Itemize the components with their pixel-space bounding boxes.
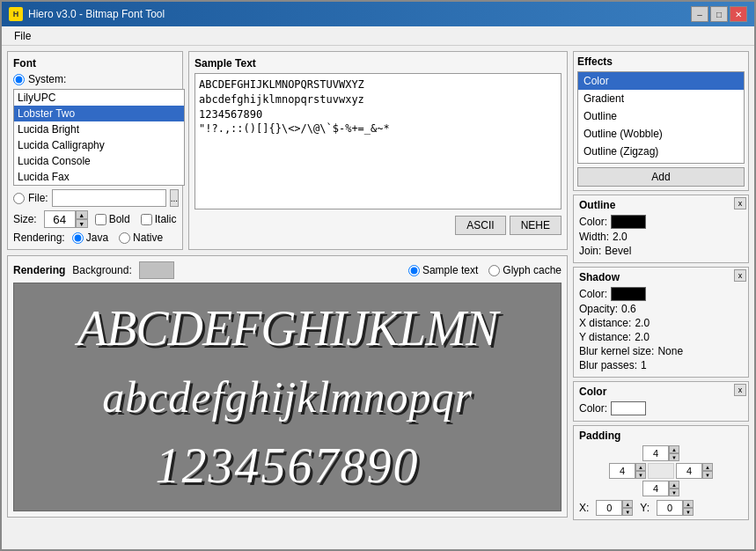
nehe-button[interactable]: NEHE [510,216,561,235]
size-input[interactable] [44,210,76,228]
effects-item-outline-wobble[interactable]: Outline (Wobble) [578,125,744,143]
top-row: Font System: LilyUPC Lobster Two Lucida … [7,51,568,250]
system-radio[interactable] [13,74,25,85]
effects-item-outline[interactable]: Outline [578,107,744,125]
rendering-native-radio[interactable] [119,232,130,244]
padding-left-input[interactable] [609,463,635,479]
glyph-cache-radio-label: Glyph cache [503,264,561,276]
padding-bottom-up[interactable]: ▲ [669,481,679,489]
font-list-item[interactable]: Lucida Fax [14,169,184,185]
effects-item-shadow[interactable]: Shadow [578,160,744,164]
effects-panel-title: Effects [577,55,745,68]
padding-right-down[interactable]: ▼ [702,471,713,479]
font-style-group: Bold Italic [95,213,177,225]
color-close-button[interactable]: x [734,384,746,396]
minimize-button[interactable]: – [691,6,708,22]
shadow-color-swatch[interactable] [611,287,646,301]
color-swatch[interactable] [611,401,646,415]
glyph-cache-radio[interactable] [488,265,500,276]
padding-top-down[interactable]: ▼ [669,453,679,461]
padding-bottom-down[interactable]: ▼ [669,489,679,496]
preview-lowercase: abcdefghijklmnopqr [102,375,473,419]
outline-join-value: Bevel [605,245,631,257]
padding-right-up[interactable]: ▲ [702,463,713,471]
x-down[interactable]: ▼ [622,508,633,516]
close-button[interactable]: ✕ [730,6,747,22]
y-label: Y: [640,502,650,514]
padding-right-input[interactable] [676,463,702,479]
bold-label: Bold [109,213,130,225]
outline-join-row: Join: Bevel [579,245,743,257]
font-list-item[interactable]: Lucida Bright [14,121,184,137]
font-list-item-selected[interactable]: Lobster Two [14,106,184,121]
padding-right-spin: ▲ ▼ [702,463,713,479]
background-color-swatch[interactable] [139,261,174,279]
padding-bottom-input[interactable] [642,481,669,496]
effects-item-color[interactable]: Color [578,72,744,90]
size-label: Size: [13,213,37,225]
effects-item-gradient[interactable]: Gradient [578,90,744,107]
color-section: Color x Color: [573,381,749,422]
padding-top-group: ▲ ▼ [642,445,679,461]
menu-file[interactable]: File [7,28,38,44]
add-effect-button[interactable]: Add [577,167,745,187]
y-up[interactable]: ▲ [683,500,694,508]
outline-close-button[interactable]: x [734,197,746,209]
italic-checkbox[interactable] [141,214,152,225]
shadow-y-dist-label: Y distance: [579,331,631,343]
font-list-item[interactable]: LilyUPC [14,90,184,106]
rendering-label: Rendering: [13,231,65,244]
outline-width-label: Width: [579,231,609,243]
outline-color-swatch[interactable] [611,215,646,229]
shadow-blur-passes-value: 1 [641,359,647,371]
preview-area: ABCDEFGHIJKLMN abcdefghijklmnopqr 123456… [13,283,561,511]
file-input[interactable] [52,189,166,207]
main-window: H Hiero v3.0 - Bitmap Font Tool – □ ✕ Fi… [0,0,756,551]
rendering-java-label: Java [86,231,108,244]
padding-left-input-group: ▲ ▼ [609,463,646,479]
size-up-button[interactable]: ▲ [76,210,88,219]
main-content: Font System: LilyUPC Lobster Two Lucida … [2,46,754,549]
font-list-item[interactable]: Lucida Calligraphy [14,137,184,153]
shadow-color-row: Color: [579,287,743,301]
maximize-button[interactable]: □ [710,6,728,22]
padding-center-cell [648,463,674,479]
left-panel: Font System: LilyUPC Lobster Two Lucida … [7,51,568,544]
shadow-opacity-label: Opacity: [579,303,618,315]
color-row: Color: [579,401,743,415]
padding-top-up[interactable]: ▲ [669,445,679,453]
sample-text-area[interactable] [195,73,561,209]
file-radio[interactable] [13,193,25,204]
rendering-panel: Rendering Background: Sample text Glyph … [7,255,568,518]
y-down[interactable]: ▼ [683,508,694,516]
size-input-container: ▲ ▼ [44,210,88,228]
font-list[interactable]: LilyUPC Lobster Two Lucida Bright Lucida… [13,89,185,186]
shadow-close-button[interactable]: x [734,269,746,282]
effects-list[interactable]: Color Gradient Outline Outline (Wobble) … [577,71,745,164]
bold-checkbox[interactable] [95,214,106,225]
app-icon: H [9,7,23,21]
preview-numbers: 1234567890 [156,441,420,490]
sample-text-radio[interactable] [408,265,420,276]
ascii-button[interactable]: ASCII [455,216,505,235]
title-bar-left: H Hiero v3.0 - Bitmap Font Tool [9,7,165,21]
effects-item-outline-zigzag[interactable]: Outline (Zigzag) [578,143,744,160]
padding-left-down[interactable]: ▼ [635,471,646,479]
padding-top-input[interactable] [642,445,669,461]
outline-width-value: 2.0 [613,231,628,243]
x-up[interactable]: ▲ [622,500,633,508]
padding-xy-row: X: ▲ ▼ Y: ▲ ▼ [579,500,743,516]
title-bar: H Hiero v3.0 - Bitmap Font Tool – □ ✕ [2,2,754,26]
browse-button[interactable]: ... [170,189,179,207]
padding-top-input-group: ▲ ▼ [642,445,679,461]
y-input[interactable] [657,500,683,516]
size-down-button[interactable]: ▼ [76,219,88,228]
sample-buttons: ASCII NEHE [195,216,561,235]
font-size-row: Size: ▲ ▼ Bold [13,210,177,228]
shadow-section-title: Shadow [579,271,743,283]
font-list-item[interactable]: Lucida Console [14,153,184,169]
x-input[interactable] [596,500,622,516]
padding-left-up[interactable]: ▲ [635,463,646,471]
shadow-blur-kernel-row: Blur kernel size: None [579,345,743,357]
rendering-java-radio[interactable] [72,232,84,244]
